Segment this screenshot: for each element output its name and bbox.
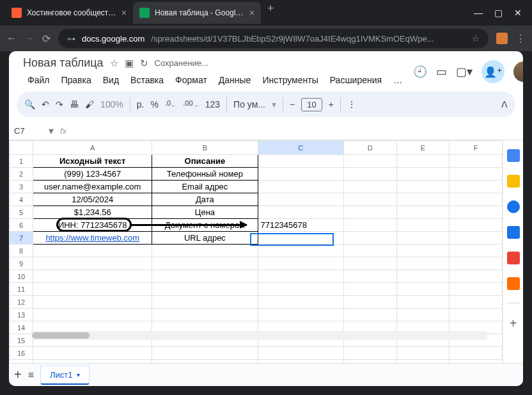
cell-E2[interactable] (396, 168, 450, 181)
cell-D12[interactable] (343, 296, 396, 309)
row-header-7[interactable]: 7 (10, 232, 33, 245)
cell-B13[interactable] (152, 309, 258, 321)
document-title[interactable]: Новая таблица (23, 56, 104, 70)
menu-format[interactable]: Формат (171, 72, 212, 88)
print-button[interactable]: 🖶 (70, 99, 79, 109)
cell-C12[interactable] (258, 296, 343, 309)
back-button[interactable]: ← (6, 33, 17, 44)
cell-B3[interactable]: Email адрес (152, 181, 258, 193)
cell-B17[interactable] (152, 360, 258, 364)
cell-B8[interactable] (152, 245, 258, 257)
column-header-E[interactable]: E (396, 141, 450, 155)
cell-F3[interactable] (450, 181, 503, 193)
cell-E16[interactable] (396, 347, 450, 360)
cell-B7[interactable]: URL адрес (152, 232, 258, 245)
currency-button[interactable]: р. (137, 99, 145, 109)
cell-C16[interactable] (258, 347, 343, 360)
cell-B11[interactable] (152, 283, 258, 296)
cell-A1[interactable]: Исходный текст (33, 155, 152, 168)
cell-B10[interactable] (152, 270, 258, 283)
cell-F13[interactable] (450, 309, 503, 321)
cell-E1[interactable] (396, 155, 450, 168)
more-toolbar-button[interactable]: ⋮ (347, 99, 356, 109)
column-header-F[interactable]: F (450, 141, 503, 155)
cell-E5[interactable] (396, 206, 450, 219)
row-header-11[interactable]: 11 (10, 283, 33, 296)
maps-icon[interactable] (507, 252, 520, 264)
cell-B9[interactable] (152, 257, 258, 270)
cell-C13[interactable] (258, 309, 343, 321)
sheet-tab-1[interactable]: Лист1 ▾ (40, 366, 89, 385)
cell-C10[interactable] (258, 270, 343, 283)
column-header-D[interactable]: D (343, 141, 396, 155)
font-select[interactable]: По ум... (233, 99, 265, 109)
cell-D2[interactable] (343, 168, 396, 181)
cell-A11[interactable] (33, 283, 152, 296)
cell-D8[interactable] (343, 245, 396, 257)
url-input[interactable]: ⊶ docs.google.com/spreadsheets/d/1V37BLJ… (58, 29, 489, 48)
move-icon[interactable]: ▣ (125, 58, 134, 69)
cell-E4[interactable] (396, 193, 450, 206)
cell-F16[interactable] (450, 347, 503, 360)
menu-view[interactable]: Вид (98, 72, 123, 88)
cell-D13[interactable] (343, 309, 396, 321)
cell-E11[interactable] (396, 283, 450, 296)
cell-E7[interactable] (396, 232, 450, 245)
star-icon[interactable]: ☆ (472, 34, 480, 44)
row-header-13[interactable]: 13 (10, 309, 33, 321)
cell-B16[interactable] (152, 347, 258, 360)
cell-F1[interactable] (450, 155, 503, 168)
row-header-8[interactable]: 8 (10, 245, 33, 257)
cell-B2[interactable]: Телефонный номер (152, 168, 258, 181)
row-header-14[interactable]: 14 (10, 321, 33, 334)
cell-B4[interactable]: Дата (152, 193, 258, 206)
reload-button[interactable]: ⟳ (42, 33, 51, 45)
spreadsheet-grid[interactable]: ABCDEF1Исходный текстОписание2(999) 123-… (9, 140, 503, 363)
row-header-15[interactable]: 15 (10, 334, 33, 347)
close-icon[interactable]: × (249, 8, 254, 18)
column-header-B[interactable]: B (152, 141, 258, 155)
cell-F9[interactable] (450, 257, 503, 270)
decrease-decimal-button[interactable]: .0← (165, 99, 176, 109)
cell-F8[interactable] (450, 245, 503, 257)
all-sheets-button[interactable]: ≡ (28, 369, 34, 381)
cell-E8[interactable] (396, 245, 450, 257)
addon-icon[interactable] (507, 277, 520, 290)
add-panel-button[interactable]: + (510, 316, 517, 331)
contacts-icon[interactable] (507, 226, 520, 239)
row-header-9[interactable]: 9 (10, 257, 33, 270)
horizontal-scrollbar[interactable] (32, 331, 487, 340)
cell-E12[interactable] (396, 296, 450, 309)
star-icon[interactable]: ☆ (110, 58, 118, 69)
cell-E3[interactable] (396, 181, 450, 193)
cell-D1[interactable] (343, 155, 396, 168)
row-header-16[interactable]: 16 (10, 347, 33, 360)
paint-format-button[interactable]: 🖌 (85, 99, 94, 109)
close-button[interactable]: ✕ (514, 8, 522, 18)
cell-D7[interactable] (343, 232, 396, 245)
menu-edit[interactable]: Правка (56, 72, 95, 88)
row-header-1[interactable]: 1 (10, 155, 33, 168)
cell-A16[interactable] (33, 347, 152, 360)
font-size-input[interactable]: 10 (301, 98, 322, 111)
cell-C4[interactable] (258, 193, 343, 206)
percent-button[interactable]: % (151, 99, 159, 109)
cell-B5[interactable]: Цена (152, 206, 258, 219)
cell-D6[interactable] (343, 219, 396, 232)
cell-C3[interactable] (258, 181, 343, 193)
menu-tools[interactable]: Инструменты (258, 72, 322, 88)
font-size-decrease[interactable]: − (290, 99, 295, 109)
cell-A17[interactable] (33, 360, 152, 364)
menu-data[interactable]: Данные (214, 72, 256, 88)
cell-D9[interactable] (343, 257, 396, 270)
calendar-icon[interactable] (507, 149, 520, 162)
cell-F4[interactable] (450, 193, 503, 206)
share-button[interactable]: 👤⁺ (481, 60, 505, 83)
close-icon[interactable]: × (121, 8, 127, 18)
number-format-button[interactable]: 123 (205, 99, 220, 109)
new-tab-button[interactable]: + (261, 2, 281, 24)
minimize-button[interactable]: — (474, 8, 483, 18)
cell-A5[interactable]: $1,234.56 (33, 206, 152, 219)
zoom-select[interactable]: 100% (100, 99, 123, 109)
cell-E10[interactable] (396, 270, 450, 283)
